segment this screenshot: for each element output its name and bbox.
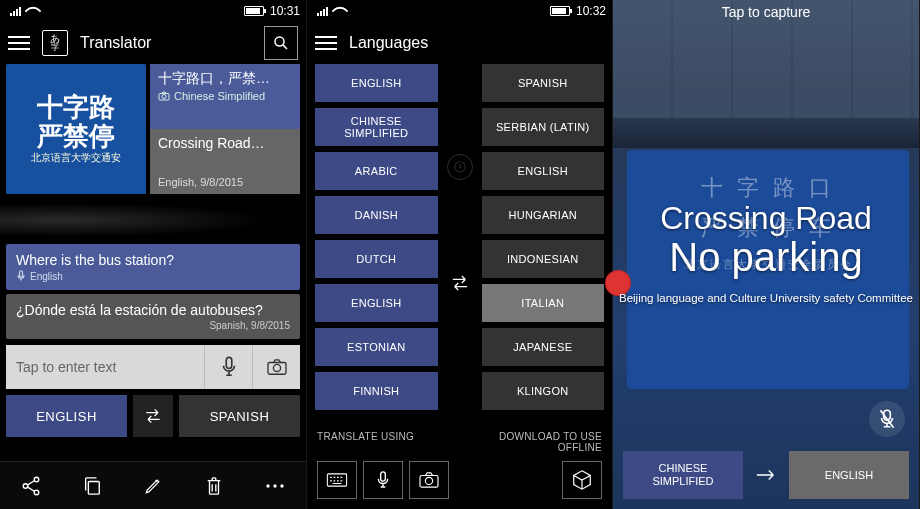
- camera-button[interactable]: [252, 345, 300, 389]
- lang-item-selected[interactable]: ENGLISH: [315, 284, 438, 322]
- wifi-icon: [332, 5, 346, 17]
- target-language-button[interactable]: ENGLISH: [789, 451, 909, 499]
- phone-languages: 10:32 Languages ENGLISH CHINESE SIMPLIFI…: [307, 0, 613, 509]
- phone-camera-translate: Tap to capture 十 字 路 口 严 禁 停 车 北京语言大学交通安…: [613, 0, 920, 509]
- recent-thumbnail: 十字路 严禁停 北京语言大学交通安: [6, 64, 146, 194]
- camera-language-row: CHINESESIMPLIFIED ENGLISH: [623, 451, 909, 499]
- signal-icon: [10, 6, 21, 16]
- lang-item[interactable]: ARABIC: [315, 152, 438, 190]
- source-language-button[interactable]: ENGLISH: [6, 395, 127, 437]
- delete-button[interactable]: [190, 464, 238, 508]
- svg-point-3: [162, 95, 166, 99]
- menu-icon[interactable]: [315, 36, 337, 50]
- keyboard-mode-button[interactable]: [317, 461, 357, 499]
- mic-toggle-button[interactable]: [869, 401, 905, 437]
- language-row: ENGLISH SPANISH: [6, 395, 300, 437]
- status-time: 10:31: [270, 4, 300, 18]
- svg-point-14: [281, 484, 284, 487]
- svg-rect-11: [88, 481, 99, 494]
- target-text: ¿Dónde está la estación de autobuses?: [16, 302, 290, 318]
- trash-icon: [205, 475, 223, 497]
- recent-source-text: 十字路口，严禁…: [158, 70, 292, 86]
- svg-rect-4: [20, 271, 23, 277]
- app-title: Translator: [80, 34, 151, 52]
- lang-item[interactable]: CHINESE SIMPLIFIED: [315, 108, 438, 146]
- lang-item[interactable]: KLINGON: [482, 372, 605, 410]
- swap-languages-button[interactable]: [133, 395, 173, 437]
- language-columns: ENGLISH CHINESE SIMPLIFIED ARABIC DANISH…: [315, 64, 604, 410]
- search-icon: [272, 34, 290, 52]
- lang-item[interactable]: HUNGARIAN: [482, 196, 605, 234]
- camera-icon: [266, 358, 288, 376]
- status-time: 10:32: [576, 4, 606, 18]
- share-button[interactable]: [7, 464, 55, 508]
- battery-icon: [244, 6, 264, 16]
- lang-item[interactable]: FINNISH: [315, 372, 438, 410]
- lang-item[interactable]: SERBIAN (LATIN): [482, 108, 605, 146]
- text-input[interactable]: Tap to enter text: [6, 345, 204, 389]
- mic-button[interactable]: [204, 345, 252, 389]
- target-language-button[interactable]: SPANISH: [179, 395, 300, 437]
- lang-item[interactable]: DUTCH: [315, 240, 438, 278]
- more-icon: [265, 482, 285, 490]
- lang-item[interactable]: ENGLISH: [482, 152, 605, 190]
- lang-item[interactable]: INDONESIAN: [482, 240, 605, 278]
- app-header: Languages: [307, 22, 612, 64]
- swap-icon: [143, 408, 163, 424]
- svg-point-7: [273, 364, 280, 371]
- svg-point-0: [275, 37, 284, 46]
- svg-point-12: [267, 484, 270, 487]
- svg-rect-16: [327, 474, 346, 486]
- camera-icon: [158, 91, 170, 101]
- copy-button[interactable]: [68, 464, 116, 508]
- swap-languages-button[interactable]: [447, 270, 473, 296]
- recent-target-text: Crossing Road…: [158, 135, 292, 151]
- recent-card[interactable]: 十字路 严禁停 北京语言大学交通安 十字路口，严禁… Chinese Simpl…: [0, 64, 306, 200]
- source-language-list[interactable]: ENGLISH CHINESE SIMPLIFIED ARABIC DANISH…: [315, 64, 438, 410]
- source-language-button[interactable]: CHINESESIMPLIFIED: [623, 451, 743, 499]
- translation-source-bubble[interactable]: Where is the bus station? English: [6, 244, 300, 290]
- camera-mode-button[interactable]: [409, 461, 449, 499]
- target-language-list[interactable]: SPANISH SERBIAN (LATIN) ENGLISH HUNGARIA…: [482, 64, 605, 410]
- recent-icon: [447, 154, 473, 180]
- pencil-icon: [143, 476, 163, 496]
- edit-button[interactable]: [129, 464, 177, 508]
- lang-item[interactable]: ESTONIAN: [315, 328, 438, 366]
- status-bar: 10:31: [0, 0, 306, 22]
- keyboard-icon: [326, 473, 348, 487]
- overlay-line2: No parking: [613, 235, 919, 280]
- app-logo: あ字: [42, 30, 68, 56]
- sign-text-small: 北京语言大学交通安: [31, 151, 121, 165]
- recent-target-card[interactable]: Crossing Road… English, 9/8/2015: [150, 129, 300, 194]
- capture-hint[interactable]: Tap to capture: [613, 4, 919, 20]
- bottom-toolbar: [0, 461, 306, 509]
- lang-item[interactable]: SPANISH: [482, 64, 605, 102]
- languages-footer: TRANSLATE USING DOWNLOAD TO USE OFFLINE: [307, 423, 612, 509]
- search-button[interactable]: [264, 26, 298, 60]
- more-button[interactable]: [251, 464, 299, 508]
- ledge: [613, 118, 919, 148]
- overlay-line3: Beijing language and Culture University …: [613, 292, 919, 304]
- mic-mode-button[interactable]: [363, 461, 403, 499]
- direction-arrow: [751, 451, 781, 499]
- share-icon: [20, 475, 42, 497]
- lang-item[interactable]: JAPANESE: [482, 328, 605, 366]
- menu-icon[interactable]: [8, 36, 30, 50]
- lang-item[interactable]: ENGLISH: [315, 64, 438, 102]
- source-meta: English: [16, 270, 290, 282]
- download-button[interactable]: [562, 461, 602, 499]
- lang-item-selected[interactable]: ITALIAN: [482, 284, 605, 322]
- arrow-right-icon: [755, 468, 777, 482]
- package-icon: [571, 469, 593, 491]
- copy-icon: [82, 475, 102, 497]
- svg-point-10: [34, 490, 39, 495]
- translate-using-label: TRANSLATE USING: [317, 431, 414, 453]
- lang-item[interactable]: DANISH: [315, 196, 438, 234]
- mic-icon: [16, 270, 26, 282]
- translation-target-bubble[interactable]: ¿Dónde está la estación de autobuses? Sp…: [6, 294, 300, 339]
- source-text: Where is the bus station?: [16, 252, 290, 268]
- download-label-l2: OFFLINE: [558, 442, 602, 453]
- svg-point-19: [425, 477, 432, 484]
- mic-icon: [220, 356, 238, 378]
- recent-source-card[interactable]: 十字路口，严禁… Chinese Simplified: [150, 64, 300, 129]
